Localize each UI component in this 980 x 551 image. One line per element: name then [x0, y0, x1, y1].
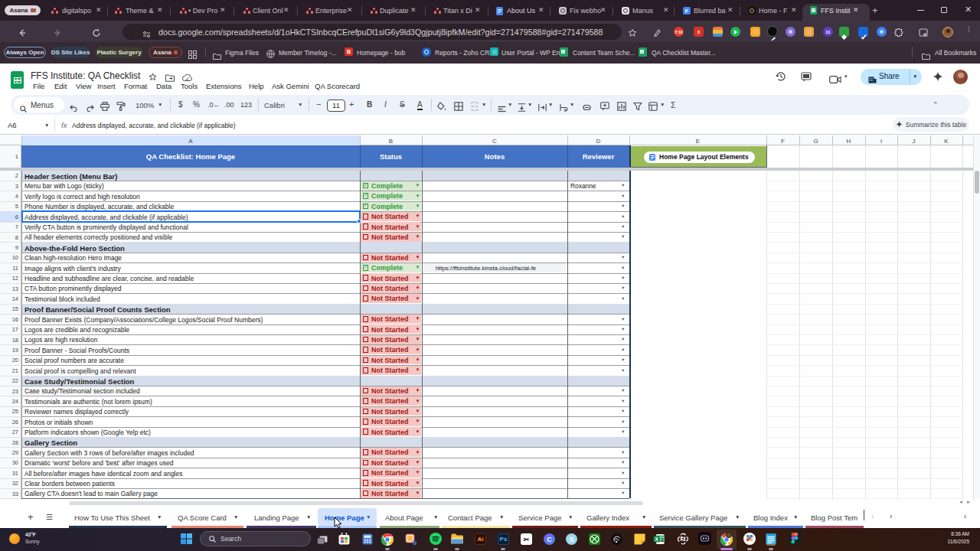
svg-text:X: X [655, 536, 658, 542]
